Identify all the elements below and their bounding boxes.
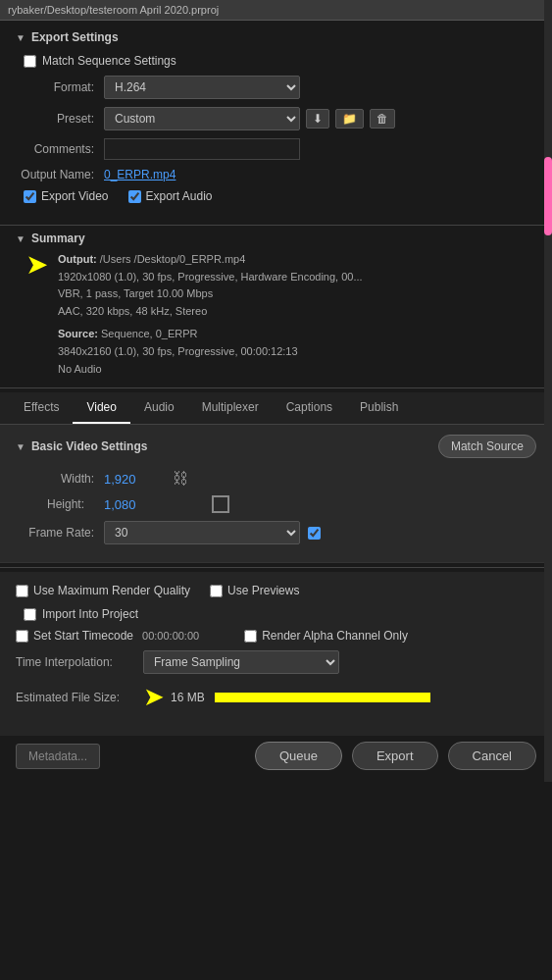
render-alpha-checkbox[interactable]	[244, 630, 257, 643]
import-into-project-label: Import Into Project	[42, 607, 138, 621]
timecode-alpha-row: Set Start Timecode 00:00:00:00 Render Al…	[16, 629, 536, 643]
render-alpha-label[interactable]: Render Alpha Channel Only	[244, 629, 408, 643]
summary-label: Summary	[31, 232, 85, 245]
framerate-row: Frame Rate: 30	[16, 521, 536, 544]
cancel-button[interactable]: Cancel	[448, 742, 536, 770]
summary-source-details3: No Audio	[58, 361, 363, 379]
use-previews-label[interactable]: Use Previews	[210, 584, 299, 597]
arrow-indicator: ➤	[25, 251, 48, 378]
export-audio-checkbox[interactable]	[128, 190, 141, 203]
tab-multiplexer[interactable]: Multiplexer	[188, 392, 273, 424]
comments-input[interactable]	[104, 138, 300, 160]
use-max-render-checkbox[interactable]	[16, 585, 28, 597]
import-into-project-checkbox[interactable]	[24, 608, 36, 621]
format-row: Format: H.264	[16, 76, 536, 99]
match-sequence-row: Match Sequence Settings	[24, 54, 536, 68]
tab-audio-label: Audio	[144, 400, 175, 414]
height-label: Height:	[47, 497, 94, 511]
framerate-label: Frame Rate:	[16, 526, 104, 540]
video-settings-section: ▼ Basic Video Settings Match Source Widt…	[0, 425, 552, 563]
render-alpha-text: Render Alpha Channel Only	[262, 629, 408, 643]
summary-text: Output: /Users /Desktop/0_ERPR.mp4 1920x…	[58, 251, 363, 378]
summary-header: ▼ Summary	[16, 232, 536, 245]
import-into-project-row: Import Into Project	[24, 607, 536, 621]
summary-source-label: Source:	[58, 328, 98, 339]
timecode-value: 00:00:00:00	[142, 630, 199, 642]
comments-label: Comments:	[16, 142, 104, 156]
title-bar-text: rybaker/Desktop/testeroom April 2020.prp…	[8, 4, 219, 16]
format-select[interactable]: H.264	[104, 76, 300, 99]
tab-effects-label: Effects	[24, 400, 59, 414]
summary-output-details3: AAC, 320 kbps, 48 kHz, Stereo	[58, 303, 363, 321]
use-previews-checkbox[interactable]	[210, 585, 223, 597]
preset-row: Preset: Custom ⬇ 📁 🗑	[16, 107, 536, 130]
match-sequence-label: Match Sequence Settings	[42, 54, 176, 68]
basic-video-label: Basic Video Settings	[31, 439, 147, 453]
link-icon: ⛓	[173, 470, 188, 488]
time-interpolation-row: Time Interpolation: Frame Sampling	[16, 650, 536, 674]
time-interpolation-select[interactable]: Frame Sampling	[143, 650, 339, 674]
render-options-row: Use Maximum Render Quality Use Previews	[16, 584, 536, 597]
tab-video-label: Video	[86, 400, 116, 414]
summary-source-details2: 3840x2160 (1.0), 30 fps, Progressive, 00…	[58, 343, 363, 361]
width-value: 1,920	[104, 472, 153, 487]
tab-video[interactable]: Video	[73, 392, 129, 424]
metadata-button[interactable]: Metadata...	[16, 744, 100, 769]
divider-1	[0, 225, 552, 226]
action-buttons: Queue Export Cancel	[255, 742, 536, 770]
save-preset-button[interactable]: ⬇	[306, 109, 329, 129]
yellow-arrow-icon: ➤	[143, 682, 165, 712]
yellow-bar	[215, 693, 430, 702]
export-audio-label[interactable]: Export Audio	[128, 189, 213, 203]
export-button[interactable]: Export	[352, 742, 438, 770]
summary-section: ▼ Summary ➤ Output: /Users /Desktop/0_ER…	[16, 232, 536, 378]
scrollbar-thumb[interactable]	[544, 157, 552, 235]
tab-captions-label: Captions	[286, 400, 332, 414]
tab-captions[interactable]: Captions	[273, 392, 346, 424]
summary-output-details1: 1920x1080 (1.0), 30 fps, Progressive, Ha…	[58, 269, 363, 286]
export-video-checkbox[interactable]	[24, 190, 36, 203]
scrollbar[interactable]	[544, 0, 552, 782]
bottom-actions-row: Metadata... Queue Export Cancel	[0, 736, 552, 782]
export-audio-text: Export Audio	[146, 189, 213, 203]
set-start-timecode-checkbox[interactable]	[16, 630, 28, 643]
width-row: Width: 1,920 ⛓	[16, 470, 536, 488]
tab-multiplexer-label: Multiplexer	[202, 400, 259, 414]
preset-controls: Custom ⬇ 📁 🗑	[104, 107, 395, 130]
export-options: Export Video Export Audio	[24, 189, 536, 203]
file-size-label: Estimated File Size:	[16, 691, 143, 704]
tabs-bar: Effects Video Audio Multiplexer Captions…	[0, 392, 552, 425]
output-name-value[interactable]: 0_ERPR.mp4	[104, 168, 176, 181]
use-previews-text: Use Previews	[227, 584, 299, 597]
tab-audio[interactable]: Audio	[130, 392, 188, 424]
divider-3	[0, 567, 552, 568]
set-start-timecode-text: Set Start Timecode	[33, 629, 133, 643]
export-video-label[interactable]: Export Video	[24, 189, 109, 203]
summary-source-details1: Sequence, 0_ERPR	[101, 328, 197, 339]
time-interpolation-label: Time Interpolation:	[16, 655, 143, 669]
width-label: Width:	[16, 472, 104, 486]
summary-content: ➤ Output: /Users /Desktop/0_ERPR.mp4 192…	[25, 251, 536, 378]
queue-button[interactable]: Queue	[255, 742, 342, 770]
framerate-checkbox[interactable]	[308, 527, 321, 540]
match-source-button[interactable]: Match Source	[438, 435, 536, 458]
basic-video-chevron-icon: ▼	[16, 441, 25, 452]
summary-output-path: /Users /Desktop/0_ERPR.mp4	[100, 253, 246, 265]
export-settings-section: ▼ Export Settings Match Sequence Setting…	[0, 21, 552, 221]
tab-effects[interactable]: Effects	[10, 392, 73, 424]
tab-publish[interactable]: Publish	[346, 392, 412, 424]
delete-preset-button[interactable]: 🗑	[370, 109, 395, 129]
export-video-text: Export Video	[41, 189, 109, 203]
framerate-select[interactable]: 30	[104, 521, 300, 544]
summary-output-label: Output:	[58, 253, 97, 265]
preset-select[interactable]: Custom	[104, 107, 300, 130]
file-size-row: Estimated File Size: ➤ 16 MB	[16, 682, 536, 712]
basic-video-header: ▼ Basic Video Settings Match Source	[16, 435, 536, 458]
export-settings-label: Export Settings	[31, 30, 119, 44]
tab-publish-label: Publish	[360, 400, 398, 414]
import-preset-button[interactable]: 📁	[335, 109, 364, 129]
match-sequence-checkbox[interactable]	[24, 55, 36, 68]
set-start-timecode-label[interactable]: Set Start Timecode 00:00:00:00	[16, 629, 199, 643]
export-settings-header: ▼ Export Settings	[16, 30, 536, 44]
use-max-render-label[interactable]: Use Maximum Render Quality	[16, 584, 190, 597]
